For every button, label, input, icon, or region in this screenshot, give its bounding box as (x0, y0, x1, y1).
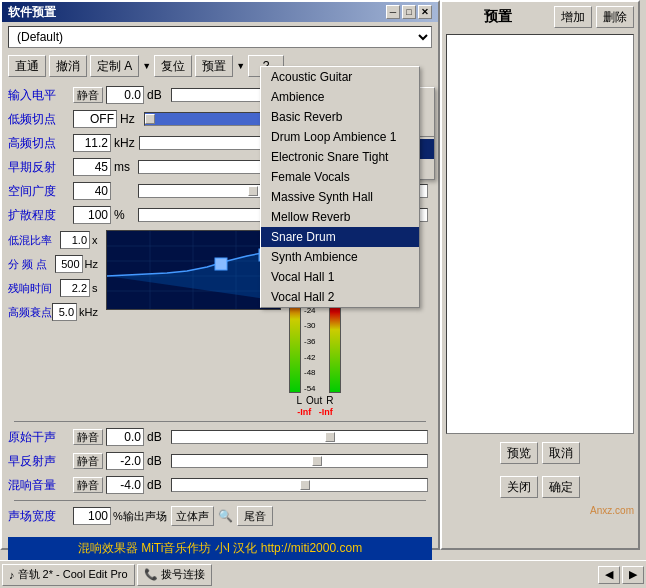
preset-vocal-hall-2[interactable]: Vocal Hall 2 (261, 287, 419, 307)
minimize-button[interactable]: ─ (386, 5, 400, 19)
taskbar-right: ◀ ▶ (598, 566, 644, 584)
title-bar-buttons: ─ □ ✕ (386, 5, 432, 19)
watermark: Anxz.com (590, 505, 634, 516)
right-footer: 预览 取消 (442, 438, 638, 468)
param-label-diffusion: 扩散程度 (8, 207, 73, 224)
search-icon: 🔍 (218, 509, 233, 523)
direct-button[interactable]: 直通 (8, 55, 46, 77)
param-reverb-vol: 混响音量 静音 -4.0 dB (8, 474, 432, 496)
unit-lowfreq: Hz (120, 112, 140, 126)
slider-dry[interactable] (171, 430, 428, 444)
label-freq-point: 分 频 点 (8, 257, 55, 272)
value-highfreq: 11.2 (73, 134, 111, 152)
confirm-btn[interactable]: 确定 (542, 476, 580, 498)
param-label-early: 早期反射 (8, 159, 73, 176)
tail-btn[interactable]: 尾音 (237, 506, 273, 526)
taskbar-dialup-label: 拨号连接 (161, 567, 205, 582)
cancel-button[interactable]: 撤消 (49, 55, 87, 77)
corner-left-btn[interactable]: ◀ (598, 566, 620, 584)
unit-early-level: dB (147, 454, 167, 468)
label-early-level: 早反射声 (8, 453, 73, 470)
param-label-input: 输入电平 (8, 87, 73, 104)
mute-early-btn[interactable]: 静音 (73, 453, 103, 469)
eq-left-params: 低混比率 1.0 x 分 频 点 500 Hz 残响时间 2.2 s 高频衰点 … (8, 230, 98, 417)
stereo-mode-btn[interactable]: 立体声 (171, 506, 214, 526)
slider-reverb-vol[interactable] (171, 478, 428, 492)
customize-arrow[interactable]: ▼ (142, 61, 151, 71)
close-button[interactable]: ✕ (418, 5, 432, 19)
value-input: 0.0 (106, 86, 144, 104)
unit-reverb-time: s (92, 282, 98, 294)
unit-voice-width: %输出声场 (113, 509, 167, 524)
taskbar-audio-label: 音轨 2* - Cool Edit Pro (18, 567, 128, 582)
preset-dropdown[interactable]: (Default) (8, 26, 432, 48)
preset-electronic-snare[interactable]: Electronic Snare Tight (261, 147, 419, 167)
preset-drum-loop[interactable]: Drum Loop Ambience 1 (261, 127, 419, 147)
vu-labels-bottom: L Out R (297, 395, 334, 406)
slider-early-level[interactable] (171, 454, 428, 468)
preset-snare-drum[interactable]: Snare Drum (261, 227, 419, 247)
param-reverb-time: 残响时间 2.2 s (8, 278, 98, 298)
effects-bar: 混响效果器 MiTi音乐作坊 小I 汉化 http://miti2000.com (8, 537, 432, 560)
taskbar-item-audio[interactable]: ♪ 音轨 2* - Cool Edit Pro (2, 564, 135, 586)
maximize-button[interactable]: □ (402, 5, 416, 19)
right-header: 预置 增加 删除 (442, 2, 638, 32)
mute-dry-btn[interactable]: 静音 (73, 429, 103, 445)
value-diffusion: 100 (73, 206, 111, 224)
value-high-damp: 5.0 (52, 303, 77, 321)
preset-massive-synth[interactable]: Massive Synth Hall (261, 187, 419, 207)
audio-icon: ♪ (9, 569, 15, 581)
value-early-level: -2.0 (106, 452, 144, 470)
param-early-level: 早反射声 静音 -2.0 dB (8, 450, 432, 472)
eq-curve-svg (107, 231, 280, 309)
unit-reverb-vol: dB (147, 478, 167, 492)
title-bar: 软件预置 ─ □ ✕ (2, 2, 438, 22)
preset-basic-reverb[interactable]: Basic Reverb (261, 107, 419, 127)
preset-mellow-reverb[interactable]: Mellow Reverb (261, 207, 419, 227)
value-low-mix: 1.0 (60, 231, 90, 249)
corner-right-btn[interactable]: ▶ (622, 566, 644, 584)
preset-list[interactable] (446, 34, 634, 434)
param-dry: 原始干声 静音 0.0 dB (8, 426, 432, 448)
unit-early: ms (114, 160, 134, 174)
close-right-btn[interactable]: 关闭 (500, 476, 538, 498)
right-panel: 预置 增加 删除 预览 取消 关闭 确定 Anxz.com (440, 0, 640, 550)
param-label-highfreq: 高频切点 (8, 135, 73, 152)
unit-freq-point: Hz (85, 258, 98, 270)
preset-synth-ambience[interactable]: Synth Ambience (261, 247, 419, 267)
taskbar-item-dialup[interactable]: 📞 拨号连接 (137, 564, 212, 586)
label-high-damp: 高频衰点 (8, 305, 52, 320)
mute-reverb-btn[interactable]: 静音 (73, 477, 103, 493)
preset-arrow[interactable]: ▼ (236, 61, 245, 71)
preset-vocal-hall-1[interactable]: Vocal Hall 1 (261, 267, 419, 287)
window-title: 软件预置 (8, 4, 56, 21)
preset-ambience[interactable]: Ambience (261, 87, 419, 107)
value-lowfreq: OFF (73, 110, 117, 128)
param-label-spatial: 空间广度 (8, 183, 73, 200)
add-preset-btn[interactable]: 增加 (554, 6, 592, 28)
reset-button[interactable]: 复位 (154, 55, 192, 77)
delete-preset-btn[interactable]: 删除 (596, 6, 634, 28)
preview-btn[interactable]: 预览 (500, 442, 538, 464)
label-reverb-vol: 混响音量 (8, 477, 73, 494)
cancel-right-btn[interactable]: 取消 (542, 442, 580, 464)
param-low-mix: 低混比率 1.0 x (8, 230, 98, 250)
preset-button[interactable]: 预置 (195, 55, 233, 77)
value-early: 45 (73, 158, 111, 176)
unit-input: dB (147, 88, 167, 102)
mute-input-btn[interactable]: 静音 (73, 87, 103, 103)
dropdown-row: (Default) (2, 22, 438, 52)
param-freq-point: 分 频 点 500 Hz (8, 254, 98, 274)
value-spatial: 40 (73, 182, 111, 200)
unit-highfreq: kHz (114, 136, 135, 150)
main-window: 软件预置 ─ □ ✕ (Default) 直通 撤消 定制 A ▼ 复位 预置 … (0, 0, 440, 550)
section-divider-2 (14, 500, 426, 501)
svg-rect-8 (215, 258, 227, 270)
eq-display (106, 230, 281, 310)
preset-female-vocals[interactable]: Female Vocals (261, 167, 419, 187)
preset-acoustic-guitar[interactable]: Acoustic Guitar (261, 67, 419, 87)
label-dry: 原始干声 (8, 429, 73, 446)
customize-button[interactable]: 定制 A (90, 55, 139, 77)
vu-inf-labels: -Inf -Inf (297, 407, 333, 417)
unit-diffusion: % (114, 208, 134, 222)
